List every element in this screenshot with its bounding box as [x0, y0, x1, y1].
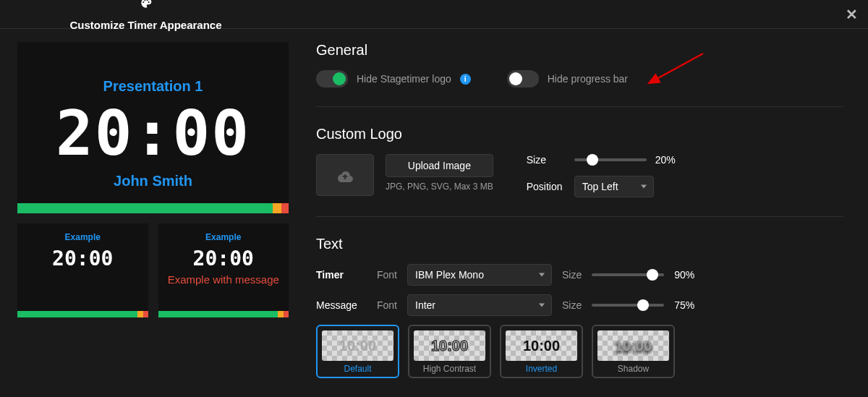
preview-time: 20:00 — [193, 247, 254, 270]
timer-font-select[interactable]: IBM Plex Mono — [407, 264, 552, 286]
font-label: Font — [377, 299, 397, 311]
preset-high-contrast[interactable]: 10:00 High Contrast — [408, 325, 491, 378]
palette-icon — [140, 0, 152, 12]
close-icon[interactable]: ✕ — [846, 7, 858, 22]
logo-size-value: 20% — [655, 154, 684, 166]
timer-preview-main: Presentation 1 20:00 John Smith — [17, 42, 289, 213]
size-label: Size — [562, 269, 582, 281]
preview-label: Example — [205, 232, 241, 242]
timer-preview-small-2: Example 20:00 Example with message — [158, 223, 289, 317]
upload-image-button[interactable]: Upload Image — [386, 154, 493, 177]
preview-message: Example with message — [168, 273, 279, 287]
preset-label: Inverted — [526, 364, 557, 374]
timer-preview-small-1: Example 20:00 — [17, 223, 148, 317]
font-label: Font — [377, 269, 397, 281]
preset-label: High Contrast — [423, 364, 476, 374]
info-icon[interactable]: i — [460, 74, 471, 85]
message-font-select[interactable]: Inter — [407, 294, 552, 316]
logo-size-slider[interactable] — [574, 158, 647, 161]
preset-sample: 10:00 — [615, 338, 652, 354]
preset-label: Default — [344, 364, 371, 374]
section-heading: Text — [316, 236, 843, 252]
preset-shadow[interactable]: 10:00 Shadow — [592, 325, 675, 378]
preset-sample: 10:00 — [431, 338, 468, 354]
preview-label: Example — [65, 232, 101, 242]
preview-speaker: John Smith — [114, 173, 192, 189]
logo-position-label: Position — [527, 181, 566, 192]
logo-size-label: Size — [527, 154, 566, 166]
preset-sample: 10:00 — [339, 338, 376, 354]
cloud-upload-icon — [336, 168, 354, 182]
toggle-hide-progress-label: Hide progress bar — [548, 73, 628, 85]
progress-bar — [158, 311, 289, 317]
toggle-hide-progress[interactable] — [507, 70, 539, 87]
preset-inverted[interactable]: 10:00 Inverted — [500, 325, 583, 378]
timer-font-row-label: Timer — [316, 269, 367, 281]
message-size-slider[interactable] — [592, 304, 664, 307]
dialog-titlebar: Customize Timer Appearance ✕ — [0, 0, 868, 29]
preview-time: 20:00 — [52, 247, 113, 270]
preset-label: Shadow — [618, 364, 649, 374]
progress-bar — [17, 311, 148, 317]
logo-position-select[interactable]: Top Left — [574, 176, 654, 197]
section-custom-logo: Custom Logo Upload Image JPG, PNG, SVG, … — [316, 126, 843, 217]
preview-time: 20:00 — [56, 102, 250, 164]
timer-size-slider[interactable] — [592, 273, 664, 276]
message-size-value: 75% — [674, 299, 703, 311]
section-general: General Hide Stagetimer logo i Hide prog… — [316, 42, 843, 107]
preset-sample: 10:00 — [523, 338, 560, 354]
preview-title: Presentation 1 — [103, 78, 203, 95]
customize-timer-dialog: Customize Timer Appearance ✕ Presentatio… — [0, 0, 868, 397]
preset-default[interactable]: 10:00 Default — [316, 325, 399, 378]
section-text: Text Timer Font IBM Plex Mono Size 90% M… — [316, 236, 843, 378]
toggle-hide-logo-label: Hide Stagetimer logo — [357, 73, 451, 85]
message-font-row-label: Message — [316, 299, 367, 311]
size-label: Size — [562, 299, 582, 311]
toggle-hide-logo[interactable] — [316, 70, 348, 87]
progress-bar — [17, 203, 289, 213]
section-heading: Custom Logo — [316, 126, 843, 142]
logo-preview — [316, 154, 374, 196]
section-heading: General — [316, 42, 843, 59]
upload-hint: JPG, PNG, SVG, Max 3 MB — [386, 182, 493, 192]
timer-size-value: 90% — [674, 269, 703, 281]
